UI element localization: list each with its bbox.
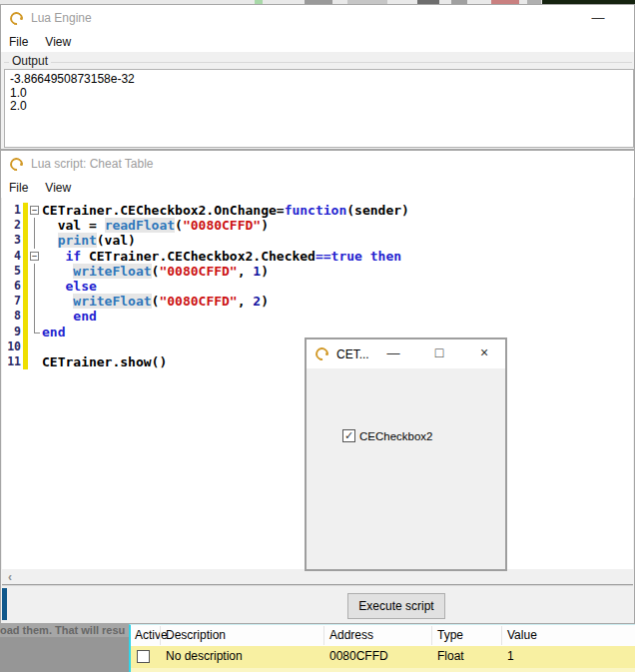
line-number: 6 (2, 279, 23, 294)
line-number: 2 (2, 218, 23, 233)
cell-address: 0080CFFD (329, 649, 388, 663)
minimize-button[interactable]: — (588, 10, 608, 25)
fold-margin (28, 218, 42, 233)
line-number: 5 (2, 264, 23, 279)
cheat-engine-icon (9, 157, 24, 172)
fold-line (34, 264, 35, 279)
scroll-left-icon[interactable]: ‹ (8, 570, 12, 584)
column-header-description[interactable]: Description (166, 628, 226, 642)
line-number: 4 (2, 249, 23, 264)
cetrainer-title: CET... (336, 347, 369, 361)
horizontal-scrollbar[interactable]: ‹ (2, 569, 633, 585)
line-number: 8 (2, 309, 23, 324)
lua-engine-window: Lua Engine — FileView Output -3.86649508… (0, 4, 635, 150)
lua-script-menubar: FileView (1, 177, 634, 198)
code-line: 3 print(val) (2, 233, 633, 248)
script-menu-view[interactable]: View (45, 181, 71, 195)
background-dialog-text: oad them. That will resu (0, 624, 129, 636)
table-row[interactable]: No description0080CFFDFloat1 (131, 646, 635, 668)
code-text: writeFloat("0080CFFD", 1) (42, 264, 269, 279)
execute-script-button[interactable]: Execute script (347, 593, 445, 619)
code-text: CETrainer.show() (42, 354, 167, 369)
lua-engine-titlebar[interactable]: Lua Engine — (1, 5, 634, 31)
fold-line (34, 279, 35, 294)
column-header-value[interactable]: Value (507, 628, 537, 642)
address-list-footer (131, 668, 635, 672)
column-separator (501, 626, 502, 645)
fold-margin (28, 279, 42, 294)
cecheckbox2-control[interactable]: ✓ CECheckbox2 (342, 429, 433, 442)
fold-margin (28, 264, 42, 279)
screen: Lua Engine — FileView Output -3.86649508… (0, 0, 635, 672)
checkbox-icon[interactable]: ✓ (342, 429, 355, 442)
close-button[interactable]: × (469, 344, 499, 360)
output-line: 2.0 (10, 100, 633, 114)
fold-margin (28, 354, 42, 369)
line-number: 9 (2, 325, 23, 339)
cheat-engine-icon (9, 11, 24, 26)
code-text: writeFloat("0080CFFD", 2) (42, 294, 269, 309)
cetrainer-window: CET... — □ × ✓ CECheckbox2 (305, 337, 507, 571)
output-groupbox-label: Output (9, 54, 51, 68)
fold-margin (28, 294, 42, 309)
line-number: 10 (2, 339, 23, 354)
code-line: 8 end (2, 309, 633, 324)
fold-margin (28, 309, 42, 324)
fold-collapse-icon[interactable]: − (30, 252, 39, 261)
fold-line (34, 294, 35, 309)
minimize-button[interactable]: — (378, 345, 408, 360)
column-separator (431, 626, 432, 645)
fold-margin (28, 233, 42, 248)
lua-script-title: Lua script: Cheat Table (31, 157, 154, 171)
code-text: end (42, 309, 97, 324)
line-number: 3 (2, 233, 23, 248)
lua-script-titlebar[interactable]: Lua script: Cheat Table (1, 151, 634, 177)
output-line: 1.0 (10, 87, 633, 101)
fold-line (34, 218, 35, 233)
cetrainer-titlebar[interactable]: CET... — □ × (307, 339, 505, 368)
column-header-type[interactable]: Type (437, 628, 463, 642)
fold-margin (28, 325, 42, 339)
active-checkbox[interactable] (137, 650, 150, 663)
code-line: 4− if CETrainer.CECheckbox2.Checked==tru… (2, 249, 633, 264)
code-text: CETrainer.CECheckbox2.OnChange=function(… (42, 203, 409, 218)
code-line: 7 writeFloat("0080CFFD", 2) (2, 294, 633, 309)
column-header-active[interactable]: Active (135, 628, 168, 642)
column-header-address[interactable]: Address (329, 628, 373, 642)
line-number: 7 (2, 294, 23, 309)
output-groupbox-line (4, 62, 632, 63)
fold-line (34, 233, 35, 248)
output-line: -3.8664950873158e-32 (10, 73, 633, 87)
fold-collapse-icon[interactable]: − (30, 206, 39, 215)
lua-output-memo[interactable]: -3.8664950873158e-321.02.0 (4, 69, 634, 148)
column-separator (160, 626, 161, 645)
lua-engine-title: Lua Engine (31, 11, 92, 25)
cell-type: Float (437, 649, 464, 663)
engine-menu-file[interactable]: File (9, 35, 28, 49)
code-text: print(val) (42, 233, 136, 248)
cheat-engine-icon (315, 346, 329, 361)
code-text: end (42, 325, 65, 339)
maximize-button[interactable]: □ (424, 344, 454, 360)
column-separator (323, 626, 324, 645)
lua-engine-menubar: FileView (1, 31, 634, 52)
engine-menu-view[interactable]: View (45, 35, 71, 49)
code-line: 2 val = readFloat("0080CFFD") (2, 218, 633, 233)
fold-end-icon (34, 325, 40, 334)
code-line: 1−CETrainer.CECheckbox2.OnChange=functio… (2, 203, 633, 218)
line-number: 1 (2, 203, 23, 218)
script-menu-file[interactable]: File (9, 181, 28, 195)
cell-value: 1 (507, 649, 514, 663)
code-text: val = readFloat("0080CFFD") (42, 218, 269, 233)
background-dialog-fragment: oad them. That will resu (0, 624, 129, 672)
line-number: 11 (2, 354, 23, 369)
script-bottom-panel: Execute script (2, 585, 633, 622)
address-list-header: ActiveDescriptionAddressTypeValue (131, 625, 635, 646)
code-text: else (42, 279, 97, 294)
code-line: 5 writeFloat("0080CFFD", 1) (2, 264, 633, 279)
code-text: if CETrainer.CECheckbox2.Checked==true t… (42, 249, 401, 264)
code-line: 6 else (2, 279, 633, 294)
checkbox-label: CECheckbox2 (359, 430, 433, 442)
fold-margin: − (28, 249, 42, 264)
fold-line (34, 309, 35, 324)
